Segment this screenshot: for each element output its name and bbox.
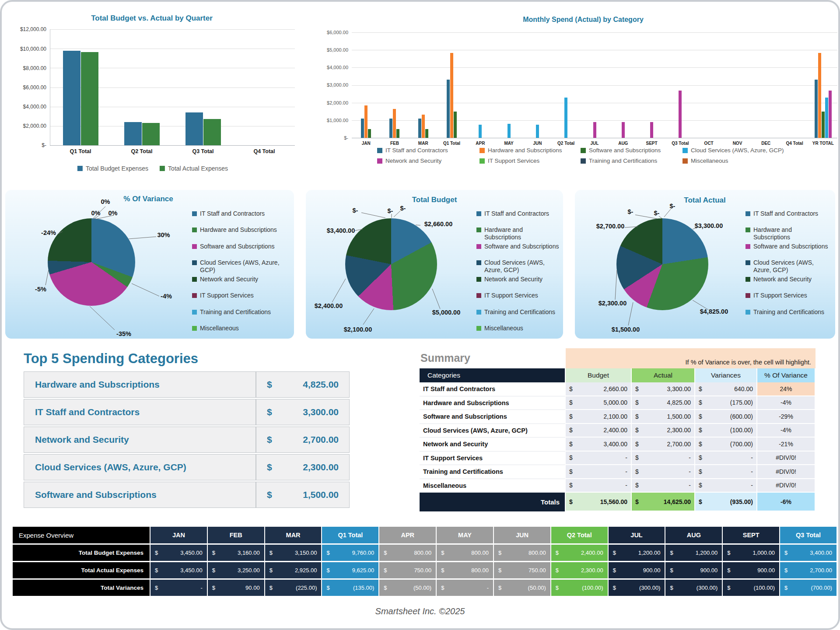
- summary-variance-cell[interactable]: $-: [695, 479, 757, 493]
- expense-cell[interactable]: $800.00: [494, 545, 551, 561]
- top5-row[interactable]: Hardware and Subscriptions$4,825.00: [24, 371, 350, 398]
- expense-cell[interactable]: $-: [437, 580, 494, 596]
- top5-row[interactable]: IT Staff and Contractors$3,300.00: [24, 399, 350, 425]
- top5-amount[interactable]: $1,500.00: [256, 482, 349, 508]
- expense-cell[interactable]: $800.00: [437, 545, 494, 561]
- summary-budget-cell[interactable]: $2,100.00: [566, 410, 632, 424]
- summary-variance-cell[interactable]: $(600.00): [695, 410, 757, 424]
- expense-cell[interactable]: $1,200.00: [665, 545, 723, 561]
- expense-cell[interactable]: $1,000.00: [723, 545, 780, 561]
- expense-cell[interactable]: $(100.00): [551, 580, 609, 596]
- legend-marker: [476, 277, 481, 282]
- expense-cell[interactable]: $2,700.00: [780, 562, 837, 578]
- expense-cell[interactable]: $800.00: [437, 562, 494, 578]
- expense-cell[interactable]: $(135.00): [322, 580, 379, 596]
- summary-variance-cell[interactable]: $(700.00): [695, 438, 757, 452]
- expense-cell[interactable]: $(225.00): [265, 580, 322, 596]
- expense-cell[interactable]: $3,250.00: [208, 562, 265, 578]
- summary-category[interactable]: Miscellaneous: [420, 479, 566, 493]
- expense-cell[interactable]: $900.00: [665, 562, 723, 578]
- summary-pct-cell[interactable]: #DIV/0!: [757, 465, 816, 479]
- expense-cell[interactable]: $90.00: [208, 580, 265, 596]
- summary-category[interactable]: Network and Security: [420, 438, 566, 452]
- legend-marker: [746, 244, 750, 249]
- summary-pct-cell[interactable]: -21%: [757, 438, 816, 452]
- expense-cell[interactable]: $3,150.00: [265, 545, 322, 561]
- top5-category[interactable]: IT Staff and Contractors: [24, 399, 256, 425]
- summary-actual-cell[interactable]: $2,300.00: [632, 424, 695, 438]
- summary-budget-cell[interactable]: $2,660.00: [566, 382, 632, 396]
- summary-variance-cell[interactable]: $-: [695, 465, 757, 479]
- summary-budget-cell[interactable]: $5,000.00: [566, 396, 632, 410]
- summary-actual-cell[interactable]: $1,500.00: [632, 410, 695, 424]
- summary-totals-pct[interactable]: -6%: [757, 493, 816, 511]
- summary-budget-cell[interactable]: $-: [566, 452, 632, 466]
- expense-cell[interactable]: $(300.00): [665, 580, 723, 596]
- top5-row[interactable]: Network and Security$2,700.00: [24, 427, 350, 453]
- summary-pct-cell[interactable]: #DIV/0!: [757, 479, 816, 493]
- summary-category[interactable]: IT Staff and Contractors: [420, 382, 566, 396]
- expense-cell[interactable]: $3,160.00: [208, 545, 265, 561]
- expense-cell[interactable]: $(300.00): [609, 580, 666, 596]
- summary-actual-cell[interactable]: $4,825.00: [632, 396, 695, 410]
- summary-totals-actual[interactable]: $14,625.00: [632, 493, 695, 511]
- expense-cell[interactable]: $900.00: [723, 562, 780, 578]
- summary-category[interactable]: IT Support Services: [420, 452, 566, 466]
- expense-cell[interactable]: $(700.00): [780, 580, 837, 596]
- summary-variance-cell[interactable]: $640.00: [695, 382, 757, 396]
- expense-cell[interactable]: $(50.00): [494, 580, 551, 596]
- summary-budget-cell[interactable]: $3,400.00: [566, 438, 632, 452]
- top5-category[interactable]: Network and Security: [24, 427, 256, 452]
- expense-cell[interactable]: $3,450.00: [150, 545, 208, 561]
- top5-row[interactable]: Software and Subscriptions$1,500.00: [24, 482, 350, 508]
- summary-variance-cell[interactable]: $(175.00): [695, 396, 757, 410]
- summary-actual-cell[interactable]: $2,700.00: [632, 438, 695, 452]
- expense-cell[interactable]: $(100.00): [723, 580, 780, 596]
- expense-cell[interactable]: $9,625.00: [322, 562, 379, 578]
- summary-totals-budget[interactable]: $15,560.00: [566, 493, 632, 511]
- expense-cell[interactable]: $9,760.00: [322, 545, 379, 561]
- expense-cell[interactable]: $3,400.00: [780, 545, 837, 561]
- summary-actual-cell[interactable]: $-: [632, 479, 695, 493]
- summary-actual-cell[interactable]: $-: [632, 465, 695, 479]
- summary-totals-variance[interactable]: $(935.00): [695, 493, 757, 511]
- expense-cell[interactable]: $1,200.00: [609, 545, 666, 561]
- summary-variance-cell[interactable]: $(100.00): [695, 424, 757, 438]
- top5-category[interactable]: Cloud Services (AWS, Azure, GCP): [24, 455, 256, 480]
- summary-pct-cell[interactable]: -4%: [757, 424, 816, 438]
- summary-actual-cell[interactable]: $-: [632, 452, 695, 466]
- top5-category[interactable]: Hardware and Subscriptions: [24, 372, 256, 397]
- summary-actual-cell[interactable]: $3,300.00: [632, 382, 695, 396]
- summary-pct-cell[interactable]: 24%: [757, 382, 816, 396]
- summary-category[interactable]: Cloud Services (AWS, Azure, GCP): [420, 424, 566, 438]
- pie-card-budget_pie[interactable]: Total Budget$2,660.00$5,000.00$2,100.00$…: [306, 190, 563, 339]
- expense-cell[interactable]: $800.00: [379, 545, 437, 561]
- expense-cell[interactable]: $2,925.00: [265, 562, 322, 578]
- pie-card-actual_pie[interactable]: Total Actual$3,300.00$4,825.00$1,500.00$…: [575, 190, 835, 339]
- top5-amount[interactable]: $2,700.00: [256, 427, 349, 452]
- summary-category[interactable]: Hardware and Subscriptions: [420, 396, 566, 410]
- top5-amount[interactable]: $2,300.00: [256, 455, 349, 480]
- summary-pct-cell[interactable]: -29%: [757, 410, 816, 424]
- top5-category[interactable]: Software and Subscriptions: [24, 482, 256, 508]
- pie-card-variance_pie[interactable]: % Of Variance30%-4%-35%-5%-24%0%0%0%IT S…: [5, 190, 294, 339]
- expense-cell[interactable]: $-: [150, 580, 208, 596]
- top5-amount[interactable]: $4,825.00: [256, 372, 349, 397]
- expense-cell[interactable]: $(50.00): [379, 580, 437, 596]
- summary-budget-cell[interactable]: $2,400.00: [566, 424, 632, 438]
- top5-amount[interactable]: $3,300.00: [256, 399, 349, 425]
- expense-cell[interactable]: $2,300.00: [551, 562, 609, 578]
- expense-cell[interactable]: $2,400.00: [551, 545, 609, 561]
- top5-row[interactable]: Cloud Services (AWS, Azure, GCP)$2,300.0…: [24, 454, 350, 480]
- summary-category[interactable]: Training and Certifications: [420, 465, 566, 479]
- summary-pct-cell[interactable]: -4%: [757, 396, 816, 410]
- summary-budget-cell[interactable]: $-: [566, 479, 632, 493]
- summary-variance-cell[interactable]: $-: [695, 452, 757, 466]
- expense-cell[interactable]: $750.00: [379, 562, 437, 578]
- expense-cell[interactable]: $900.00: [609, 562, 666, 578]
- summary-pct-cell[interactable]: #DIV/0!: [757, 452, 816, 466]
- expense-cell[interactable]: $3,450.00: [150, 562, 208, 578]
- expense-cell[interactable]: $750.00: [494, 562, 551, 578]
- summary-category[interactable]: Software and Subscriptions: [420, 410, 566, 424]
- summary-budget-cell[interactable]: $-: [566, 465, 632, 479]
